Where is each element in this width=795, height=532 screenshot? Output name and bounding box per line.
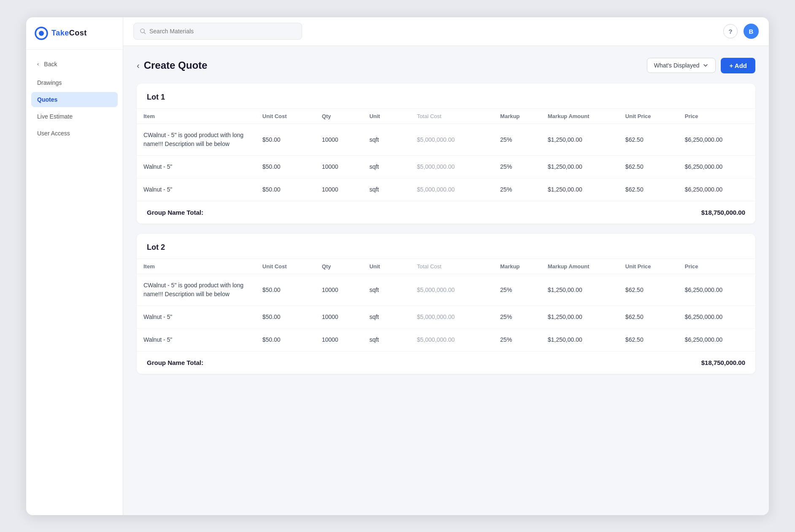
search-box[interactable] bbox=[133, 23, 302, 40]
table-row: CWalnut - 5" is good product with long n… bbox=[137, 124, 755, 155]
row-1-col-8: $62.50 bbox=[619, 274, 678, 305]
row-2-col-3: 10000 bbox=[315, 155, 363, 178]
lot-section-2: Lot 2ItemUnit CostQtyUnitTotal CostMarku… bbox=[137, 234, 755, 374]
table-row: Walnut - 5"$50.0010000sqft$5,000,000.002… bbox=[137, 178, 755, 201]
sidebar-back[interactable]: ‹ Back bbox=[31, 57, 118, 72]
col-header-qty: Qty bbox=[315, 259, 363, 274]
row-2-col-6: 25% bbox=[493, 305, 541, 328]
back-label: Back bbox=[44, 61, 57, 68]
row-2-col-6: 25% bbox=[493, 155, 541, 178]
row-2-col-7: $1,250,00.00 bbox=[541, 305, 619, 328]
logo-icon bbox=[35, 27, 48, 40]
row-3-col-1: Walnut - 5" bbox=[137, 328, 256, 351]
col-header-qty: Qty bbox=[315, 108, 363, 124]
page-header: ‹ Create Quote What's Displayed + Add bbox=[137, 58, 755, 73]
row-3-col-9: $6,250,000.00 bbox=[678, 178, 755, 201]
col-header-total-cost: Total Cost bbox=[410, 108, 493, 124]
row-2-col-4: sqft bbox=[362, 305, 410, 328]
row-1-col-6: 25% bbox=[493, 274, 541, 305]
table-row: Walnut - 5"$50.0010000sqft$5,000,000.002… bbox=[137, 328, 755, 351]
whats-displayed-button[interactable]: What's Displayed bbox=[647, 58, 716, 73]
sidebar-drawings-label: Drawings bbox=[37, 79, 62, 86]
lot-title-2: Lot 2 bbox=[137, 234, 755, 259]
table-row: Walnut - 5"$50.0010000sqft$5,000,000.002… bbox=[137, 305, 755, 328]
svg-point-1 bbox=[39, 31, 44, 36]
table-row: Walnut - 5"$50.0010000sqft$5,000,000.002… bbox=[137, 155, 755, 178]
row-3-col-2: $50.00 bbox=[256, 178, 315, 201]
avatar-button[interactable]: B bbox=[744, 24, 759, 39]
sidebar-nav: ‹ Back Drawings Quotes Live Estimate Use… bbox=[26, 50, 123, 141]
row-1-col-9: $6,250,000.00 bbox=[678, 124, 755, 155]
header-actions: What's Displayed + Add bbox=[647, 58, 755, 73]
sidebar-item-quotes[interactable]: Quotes bbox=[31, 92, 118, 107]
row-3-col-8: $62.50 bbox=[619, 178, 678, 201]
row-1-col-6: 25% bbox=[493, 124, 541, 155]
svg-line-3 bbox=[144, 32, 145, 34]
row-1-col-5: $5,000,000.00 bbox=[410, 124, 493, 155]
main-area: ? B ‹ Create Quote What's Displayed bbox=[123, 17, 769, 515]
sidebar-item-live-estimate[interactable]: Live Estimate bbox=[31, 109, 118, 124]
topbar-right: ? B bbox=[723, 24, 759, 39]
row-3-col-4: sqft bbox=[362, 178, 410, 201]
group-total-label: Group Name Total: bbox=[147, 359, 203, 366]
row-3-col-7: $1,250,00.00 bbox=[541, 328, 619, 351]
col-header-price: Price bbox=[678, 108, 755, 124]
group-total-value: $18,750,000.00 bbox=[701, 209, 745, 216]
page-back-button[interactable]: ‹ bbox=[137, 61, 140, 70]
sidebar-item-user-access[interactable]: User Access bbox=[31, 126, 118, 141]
row-2-col-9: $6,250,000.00 bbox=[678, 305, 755, 328]
col-header-markup: Markup bbox=[493, 108, 541, 124]
row-2-col-5: $5,000,000.00 bbox=[410, 155, 493, 178]
col-header-unit-price: Unit Price bbox=[619, 108, 678, 124]
row-1-col-4: sqft bbox=[362, 274, 410, 305]
row-3-col-5: $5,000,000.00 bbox=[410, 328, 493, 351]
row-2-col-8: $62.50 bbox=[619, 305, 678, 328]
row-3-col-3: 10000 bbox=[315, 178, 363, 201]
row-3-col-6: 25% bbox=[493, 328, 541, 351]
sidebar-quotes-label: Quotes bbox=[37, 96, 57, 103]
row-2-col-3: 10000 bbox=[315, 305, 363, 328]
sidebar-live-estimate-label: Live Estimate bbox=[37, 113, 73, 120]
topbar: ? B bbox=[123, 17, 769, 46]
row-1-col-3: 10000 bbox=[315, 274, 363, 305]
row-2-col-7: $1,250,00.00 bbox=[541, 155, 619, 178]
help-button[interactable]: ? bbox=[723, 24, 738, 38]
row-1-col-2: $50.00 bbox=[256, 124, 315, 155]
row-3-col-3: 10000 bbox=[315, 328, 363, 351]
back-chevron-icon: ‹ bbox=[37, 61, 39, 67]
group-total-label: Group Name Total: bbox=[147, 209, 203, 216]
search-input[interactable] bbox=[149, 28, 296, 35]
row-1-col-1: CWalnut - 5" is good product with long n… bbox=[137, 124, 256, 155]
row-3-col-8: $62.50 bbox=[619, 328, 678, 351]
row-1-col-4: sqft bbox=[362, 124, 410, 155]
logo-text: TakeCost bbox=[51, 29, 87, 38]
content-area: ‹ Create Quote What's Displayed + Add Lo… bbox=[123, 46, 769, 515]
sidebar: TakeCost ‹ Back Drawings Quotes Live Est… bbox=[26, 17, 123, 515]
col-header-item: Item bbox=[137, 259, 256, 274]
row-3-col-2: $50.00 bbox=[256, 328, 315, 351]
row-3-col-5: $5,000,000.00 bbox=[410, 178, 493, 201]
row-1-col-5: $5,000,000.00 bbox=[410, 274, 493, 305]
row-3-col-7: $1,250,00.00 bbox=[541, 178, 619, 201]
lot-section-1: Lot 1ItemUnit CostQtyUnitTotal CostMarku… bbox=[137, 84, 755, 224]
group-total-value: $18,750,000.00 bbox=[701, 359, 745, 366]
sidebar-item-drawings[interactable]: Drawings bbox=[31, 75, 118, 90]
row-1-col-7: $1,250,00.00 bbox=[541, 124, 619, 155]
sidebar-user-access-label: User Access bbox=[37, 130, 70, 137]
row-2-col-1: Walnut - 5" bbox=[137, 305, 256, 328]
row-2-col-5: $5,000,000.00 bbox=[410, 305, 493, 328]
chevron-down-icon bbox=[703, 62, 708, 68]
page-title-row: ‹ Create Quote bbox=[137, 59, 207, 71]
col-header-markup-amount: Markup Amount bbox=[541, 259, 619, 274]
col-header-unit-cost: Unit Cost bbox=[256, 259, 315, 274]
group-total-row-1: Group Name Total:$18,750,000.00 bbox=[137, 201, 755, 224]
row-2-col-1: Walnut - 5" bbox=[137, 155, 256, 178]
row-1-col-2: $50.00 bbox=[256, 274, 315, 305]
col-header-markup-amount: Markup Amount bbox=[541, 108, 619, 124]
row-2-col-8: $62.50 bbox=[619, 155, 678, 178]
row-3-col-9: $6,250,000.00 bbox=[678, 328, 755, 351]
row-1-col-1: CWalnut - 5" is good product with long n… bbox=[137, 274, 256, 305]
add-button[interactable]: + Add bbox=[721, 58, 755, 73]
row-2-col-4: sqft bbox=[362, 155, 410, 178]
row-2-col-2: $50.00 bbox=[256, 305, 315, 328]
